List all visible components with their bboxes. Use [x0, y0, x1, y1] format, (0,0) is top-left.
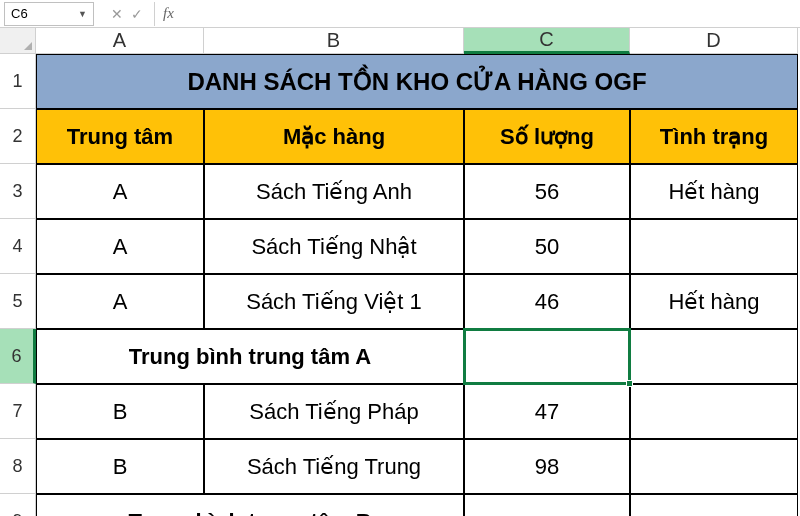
row-header-6[interactable]: 6 [0, 329, 36, 384]
row-header-5[interactable]: 5 [0, 274, 36, 329]
row-7: 7 B Sách Tiếng Pháp 47 [0, 384, 800, 439]
column-header-b[interactable]: B [204, 28, 464, 54]
formula-controls: ✕ ✓ [100, 2, 155, 26]
cell-d6[interactable] [630, 329, 798, 384]
column-header-a[interactable]: A [36, 28, 204, 54]
cell-b7[interactable]: Sách Tiếng Pháp [204, 384, 464, 439]
row-5: 5 A Sách Tiếng Việt 1 46 Hết hàng [0, 274, 800, 329]
cell-c5[interactable]: 46 [464, 274, 630, 329]
title-cell[interactable]: DANH SÁCH TỒN KHO CỬA HÀNG OGF [36, 54, 798, 109]
select-all-corner[interactable] [0, 28, 36, 54]
cancel-icon[interactable]: ✕ [108, 6, 126, 22]
cell-c9[interactable] [464, 494, 630, 516]
cell-c8[interactable]: 98 [464, 439, 630, 494]
header-mac-hang[interactable]: Mặc hàng [204, 109, 464, 164]
cell-c4[interactable]: 50 [464, 219, 630, 274]
row-header-2[interactable]: 2 [0, 109, 36, 164]
cell-b5[interactable]: Sách Tiếng Việt 1 [204, 274, 464, 329]
cell-a7[interactable]: B [36, 384, 204, 439]
row-4: 4 A Sách Tiếng Nhật 50 [0, 219, 800, 274]
cell-d5[interactable]: Hết hàng [630, 274, 798, 329]
header-so-luong[interactable]: Số lượng [464, 109, 630, 164]
name-box[interactable]: C6 ▼ [4, 2, 94, 26]
column-header-d[interactable]: D [630, 28, 798, 54]
row-header-8[interactable]: 8 [0, 439, 36, 494]
fx-icon[interactable]: fx [155, 5, 182, 22]
row-3: 3 A Sách Tiếng Anh 56 Hết hàng [0, 164, 800, 219]
cell-d8[interactable] [630, 439, 798, 494]
row-header-1[interactable]: 1 [0, 54, 36, 109]
cell-c6[interactable] [464, 329, 630, 384]
header-tinh-trang[interactable]: Tình trạng [630, 109, 798, 164]
cell-d3[interactable]: Hết hàng [630, 164, 798, 219]
cell-reference: C6 [11, 6, 28, 21]
cell-d9[interactable] [630, 494, 798, 516]
cell-a4[interactable]: A [36, 219, 204, 274]
cell-a5[interactable]: A [36, 274, 204, 329]
row-8: 8 B Sách Tiếng Trung 98 [0, 439, 800, 494]
header-trung-tam[interactable]: Trung tâm [36, 109, 204, 164]
cell-b4[interactable]: Sách Tiếng Nhật [204, 219, 464, 274]
cell-d7[interactable] [630, 384, 798, 439]
chevron-down-icon[interactable]: ▼ [78, 9, 87, 19]
cell-c3[interactable]: 56 [464, 164, 630, 219]
row-header-9[interactable]: 9 [0, 494, 36, 516]
row-9: 9 Trung bình trung tâm B [0, 494, 800, 516]
formula-bar: C6 ▼ ✕ ✓ fx [0, 0, 800, 28]
confirm-icon[interactable]: ✓ [128, 6, 146, 22]
cell-a3[interactable]: A [36, 164, 204, 219]
row-header-3[interactable]: 3 [0, 164, 36, 219]
cell-b8[interactable]: Sách Tiếng Trung [204, 439, 464, 494]
column-headers: A B C D [0, 28, 800, 54]
cell-b3[interactable]: Sách Tiếng Anh [204, 164, 464, 219]
cell-d4[interactable] [630, 219, 798, 274]
subtotal-b-label[interactable]: Trung bình trung tâm B [36, 494, 464, 516]
formula-input[interactable] [182, 2, 800, 26]
fill-handle-icon[interactable] [626, 380, 633, 387]
subtotal-a-label[interactable]: Trung bình trung tâm A [36, 329, 464, 384]
row-1: 1 DANH SÁCH TỒN KHO CỬA HÀNG OGF [0, 54, 800, 109]
column-header-c[interactable]: C [464, 28, 630, 54]
cell-c7[interactable]: 47 [464, 384, 630, 439]
row-header-4[interactable]: 4 [0, 219, 36, 274]
row-header-7[interactable]: 7 [0, 384, 36, 439]
row-2: 2 Trung tâm Mặc hàng Số lượng Tình trạng [0, 109, 800, 164]
spreadsheet-grid: A B C D 1 DANH SÁCH TỒN KHO CỬA HÀNG OGF… [0, 28, 800, 516]
cell-a8[interactable]: B [36, 439, 204, 494]
row-6: 6 Trung bình trung tâm A [0, 329, 800, 384]
